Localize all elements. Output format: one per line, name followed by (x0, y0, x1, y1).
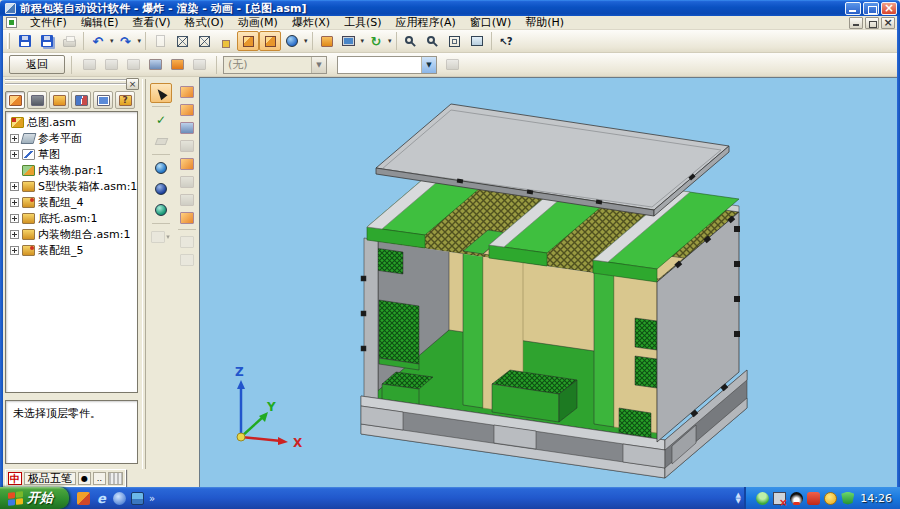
save-all-button[interactable] (36, 31, 58, 51)
animation-tool-button[interactable] (144, 55, 166, 75)
move-part-button[interactable] (176, 119, 198, 136)
tree-item-root[interactable]: 总图.asm (6, 114, 137, 130)
menu-animation[interactable]: 动画(M) (231, 16, 285, 30)
toolbar-grip[interactable] (7, 33, 10, 49)
bind-button[interactable] (176, 173, 198, 190)
modify-explode-button[interactable] (176, 155, 198, 172)
motor-button[interactable] (176, 209, 198, 226)
apply-config-button[interactable] (441, 55, 463, 75)
print-button[interactable] (58, 31, 80, 51)
chevron-down-icon[interactable]: ▼ (421, 57, 436, 73)
tree-item-ref-planes[interactable]: 参考平面 (6, 130, 137, 146)
tab-help[interactable] (115, 91, 135, 109)
menu-window[interactable]: 窗口(W) (463, 16, 518, 30)
ime-keyboard-icon[interactable] (108, 472, 123, 485)
3d-model-canvas[interactable]: Z X Y (207, 78, 897, 487)
expand-icon[interactable] (10, 214, 19, 223)
panel-grip[interactable]: × (5, 79, 139, 88)
menu-edit[interactable]: 编辑(E) (74, 16, 126, 30)
explode-config-button[interactable] (122, 55, 144, 75)
close-button[interactable] (881, 2, 897, 15)
undo-dropdown-arrow[interactable]: ▾ (110, 37, 114, 45)
explode-auto-button[interactable] (78, 55, 100, 75)
network-disconnected-icon[interactable] (773, 492, 786, 505)
menu-file[interactable]: 文件(F) (23, 16, 74, 30)
coin-utility-icon[interactable] (824, 492, 837, 505)
menu-view[interactable]: 查看(V) (125, 16, 177, 30)
ime-bar[interactable]: 中 极品五笔 ● ‥ (5, 469, 126, 487)
redo-dropdown-arrow[interactable]: ▾ (138, 37, 142, 45)
im-online-icon[interactable] (756, 492, 769, 505)
wireframe-view-button[interactable] (171, 31, 193, 51)
tree-item-sketch[interactable]: 草图 (6, 146, 137, 162)
tree-item-group-4[interactable]: 装配组_4 (6, 194, 137, 210)
redo-button[interactable] (115, 31, 137, 51)
quick-launch-more-chevron[interactable]: » (149, 493, 155, 504)
select-tool-button[interactable] (150, 83, 172, 103)
zoom-button[interactable] (422, 31, 444, 51)
messenger-icon[interactable] (113, 492, 126, 505)
expand-icon[interactable] (10, 182, 19, 191)
menu-applications[interactable]: 应用程序(A) (389, 16, 463, 30)
grid-option-1-button[interactable] (176, 233, 198, 250)
edges-sphere-button[interactable] (150, 179, 172, 199)
rotate-view-button[interactable] (365, 31, 387, 51)
explode-manual-button[interactable] (100, 55, 122, 75)
whats-this-button[interactable] (495, 31, 517, 51)
tree-item-s-type-box[interactable]: S型快装箱体.asm:1 (6, 178, 137, 194)
tab-library[interactable] (27, 91, 47, 109)
tab-sensors[interactable] (93, 91, 113, 109)
internet-explorer-icon[interactable]: e (95, 492, 108, 505)
settings-tool-button[interactable] (188, 55, 210, 75)
restore-button[interactable] (863, 2, 879, 15)
erase-tool-button[interactable] (150, 131, 172, 151)
tree-item-base-tray[interactable]: 底托.asm:1 (6, 210, 137, 226)
render-tool-button[interactable] (166, 55, 188, 75)
rotate-dropdown-arrow[interactable]: ▾ (388, 37, 392, 45)
expand-icon[interactable] (10, 134, 19, 143)
sketch-validate-button[interactable] (150, 110, 172, 130)
name-combobox[interactable]: ▼ (337, 56, 437, 74)
mdi-restore-button[interactable] (865, 17, 879, 29)
save-button[interactable] (14, 31, 36, 51)
tab-alternate[interactable] (49, 91, 69, 109)
grid-option-2-button[interactable] (176, 251, 198, 268)
security-alert-icon[interactable] (807, 492, 820, 505)
dropdown-arrow[interactable]: ▾ (166, 233, 170, 241)
panel-splitter[interactable] (142, 79, 146, 469)
wireframe-sphere-button[interactable] (150, 200, 172, 220)
qq-messenger-icon[interactable] (790, 492, 803, 505)
paste-button[interactable] (149, 31, 171, 51)
fit-view-button[interactable] (444, 31, 466, 51)
animate-assembly-button[interactable] (176, 101, 198, 118)
tree-item-group-5[interactable]: 装配组_5 (6, 242, 137, 258)
tab-layers[interactable] (71, 91, 91, 109)
tree-item-contents-part[interactable]: 内装物.par:1 (6, 162, 137, 178)
hidden-edge-view-button[interactable] (193, 31, 215, 51)
shaded-edges-view-button[interactable] (259, 31, 281, 51)
menu-help[interactable]: 帮助(H) (518, 16, 571, 30)
display-settings-button[interactable] (338, 31, 360, 51)
flow-line-button[interactable] (176, 137, 198, 154)
3d-viewport[interactable]: Z X Y (199, 77, 897, 487)
mdi-minimize-button[interactable] (849, 17, 863, 29)
zoom-area-button[interactable] (400, 31, 422, 51)
shaded-view-button[interactable] (237, 31, 259, 51)
tree-item-contents-combo[interactable]: 内装物组合.asm:1 (6, 226, 137, 242)
return-button[interactable]: 返回 (9, 55, 65, 74)
language-bar-chevrons[interactable]: ▲▼ (732, 489, 744, 507)
undo-button[interactable] (87, 31, 109, 51)
expand-icon[interactable] (10, 246, 19, 255)
expand-icon[interactable] (10, 230, 19, 239)
ime-mode-icon[interactable]: ● (78, 472, 91, 485)
menu-tools[interactable]: 工具(S) (337, 16, 389, 30)
minimize-button[interactable] (845, 2, 861, 15)
tab-assembly-tree[interactable] (5, 91, 25, 109)
shaded-sphere-button[interactable] (150, 158, 172, 178)
more-view-tools-button[interactable]: ▾ (150, 227, 172, 247)
antivirus-shield-icon[interactable] (841, 492, 854, 505)
panel-close-icon[interactable]: × (126, 78, 139, 90)
ime-language-indicator[interactable]: 中 (8, 472, 22, 485)
chevron-down-icon[interactable]: ▼ (311, 57, 326, 73)
menu-format[interactable]: 格式(O) (178, 16, 231, 30)
